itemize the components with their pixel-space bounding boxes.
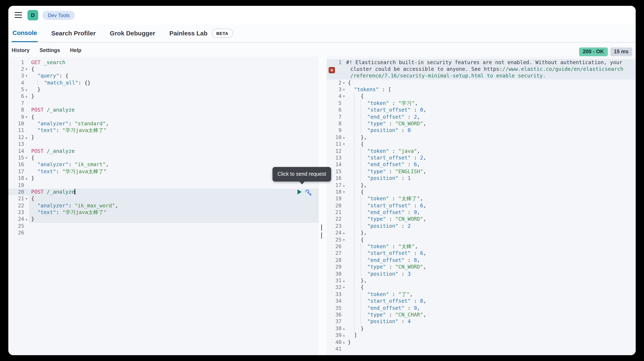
editor-line[interactable]: 19: [8, 182, 319, 189]
editor-line[interactable]: 40▴}: [326, 339, 636, 345]
editor-line[interactable]: 6 "start_offset" : 0,: [326, 107, 636, 114]
fold-toggle-icon[interactable]: ▾: [24, 195, 29, 202]
editor-line[interactable]: 36 "type" : "CN_CHAR",: [326, 311, 636, 318]
editor-line[interactable]: 17▴ },: [326, 182, 636, 189]
editor-line[interactable]: 25: [8, 223, 319, 230]
editor-line[interactable]: 19 "token" : "太棒了",: [326, 195, 636, 202]
editor-line[interactable]: 21▾{: [8, 195, 319, 202]
editor-line[interactable]: 24▴}: [8, 216, 319, 223]
editor-line[interactable]: 1GET _search: [8, 59, 319, 66]
breadcrumb[interactable]: Dev Tools: [42, 11, 75, 20]
editor-line[interactable]: 33 "token" : "了",: [326, 291, 636, 298]
editor-line[interactable]: 17 "text": "学习java太棒了": [8, 168, 319, 175]
editor-line[interactable]: 37 "position" : 4: [326, 318, 636, 325]
editor-line[interactable]: 9▾{: [8, 114, 319, 120]
fold-toggle-icon[interactable]: ▴: [342, 339, 346, 345]
fold-toggle-icon[interactable]: ▾: [342, 236, 346, 243]
editor-line[interactable]: 3▾ "tokens" : [: [326, 86, 636, 93]
fold-toggle-icon[interactable]: ▾: [342, 93, 346, 100]
fold-toggle-icon[interactable]: ▴: [342, 277, 346, 284]
editor-line[interactable]: 22 "type" : "CN_WORD",: [326, 216, 636, 223]
editor-line[interactable]: 15 "type" : "ENGLISH",: [326, 168, 636, 175]
editor-line[interactable]: 2▾{: [326, 79, 636, 86]
editor-line[interactable]: 32▾ {: [326, 284, 636, 291]
fold-toggle-icon[interactable]: ▴: [24, 93, 29, 100]
fold-toggle-icon[interactable]: ▾: [342, 189, 346, 195]
editor-line[interactable]: 28 "end_offset" : 8,: [326, 257, 636, 264]
editor-line[interactable]: 16 "analyzer": "ik_smart",: [8, 161, 319, 168]
editor-line[interactable]: 35 "end_offset" : 9,: [326, 304, 636, 311]
space-avatar[interactable]: D: [28, 10, 38, 21]
editor-line[interactable]: 12▴}: [8, 134, 319, 141]
editor-line[interactable]: 5 "token" : "学习",: [326, 100, 636, 107]
editor-line[interactable]: 4 "match_all": {}: [8, 79, 319, 86]
editor-line[interactable]: 25▾ {: [326, 236, 636, 243]
editor-line[interactable]: 30 "position" : 3: [326, 270, 636, 277]
editor-line[interactable]: 23 "position" : 2: [326, 223, 636, 230]
editor-line[interactable]: 10 "analyzer": "standard",: [8, 120, 319, 127]
fold-toggle-icon[interactable]: ▾: [342, 79, 346, 86]
editor-line[interactable]: 4▾ {: [326, 93, 636, 100]
fold-toggle-icon[interactable]: ▾: [342, 141, 346, 148]
request-editor[interactable]: 1GET _search2▾{3▾ "query": {4 "match_all…: [8, 57, 319, 355]
fold-toggle-icon[interactable]: ▴: [342, 182, 346, 189]
editor-line[interactable]: 11 "text": "学习java太棒了": [8, 127, 319, 134]
fold-toggle-icon[interactable]: ▴: [24, 86, 29, 93]
send-request-icon[interactable]: [297, 189, 302, 195]
editor-line[interactable]: 31▴ },: [326, 277, 636, 284]
fold-toggle-icon[interactable]: ▾: [24, 66, 29, 73]
editor-line[interactable]: 7: [8, 100, 319, 107]
menu-history[interactable]: History: [12, 48, 30, 57]
editor-line[interactable]: 13: [8, 141, 319, 148]
editor-line[interactable]: 29 "type" : "CN_WORD",: [326, 264, 636, 270]
editor-line[interactable]: 41: [326, 345, 636, 352]
response-viewer[interactable]: 1#! Elasticsearch built-in security feat…: [326, 57, 636, 355]
editor-line[interactable]: 11▾ {: [326, 141, 636, 148]
editor-line[interactable]: 12 "token" : "java",: [326, 148, 636, 154]
editor-line[interactable]: 39▴ ]: [326, 332, 636, 339]
editor-line[interactable]: 14POST /_analyze: [8, 148, 319, 154]
editor-line[interactable]: 20 "start_offset" : 6,: [326, 202, 636, 209]
fold-toggle-icon[interactable]: ▾: [24, 154, 29, 161]
fold-toggle-icon[interactable]: ▾: [342, 86, 346, 93]
editor-line[interactable]: 9 "position" : 0: [326, 127, 636, 134]
fold-toggle-icon[interactable]: ▾: [24, 73, 29, 80]
tab-search-profiler[interactable]: Search Profiler: [50, 25, 96, 42]
editor-line[interactable]: 14 "end_offset" : 6,: [326, 161, 636, 168]
panel-splitter[interactable]: [319, 57, 326, 355]
editor-line[interactable]: 22 "analyzer": "ik_max_word",: [8, 202, 319, 209]
hamburger-menu-icon[interactable]: [14, 12, 22, 18]
editor-line[interactable]: 27 "start_offset" : 6,: [326, 250, 636, 257]
tab-console[interactable]: Console: [12, 25, 38, 42]
editor-line[interactable]: 23 "text": "学习java太棒了": [8, 209, 319, 216]
fold-toggle-icon[interactable]: ▾: [342, 284, 346, 291]
editor-line[interactable]: 8 "type" : "CN_WORD",: [326, 120, 636, 127]
fold-toggle-icon[interactable]: ▴: [342, 332, 346, 339]
editor-line[interactable]: 18▾ {: [326, 189, 636, 195]
wrench-icon[interactable]: [305, 189, 312, 196]
fold-toggle-icon[interactable]: ▴: [342, 230, 346, 236]
editor-line[interactable]: 13 "start_offset" : 2,: [326, 154, 636, 161]
editor-line[interactable]: 10▴ },: [326, 134, 636, 141]
editor-line[interactable]: 2▾{: [8, 66, 319, 73]
editor-line[interactable]: 24▴ },: [326, 230, 636, 236]
editor-line[interactable]: 16 "position" : 1: [326, 175, 636, 182]
editor-line[interactable]: 26 "token" : "太棒",: [326, 243, 636, 250]
fold-toggle-icon[interactable]: ▴: [24, 216, 29, 223]
fold-toggle-icon[interactable]: ▴: [24, 175, 29, 182]
editor-line[interactable]: 38▴ }: [326, 325, 636, 332]
editor-line[interactable]: 7 "end_offset" : 2,: [326, 114, 636, 120]
editor-line[interactable]: 18▴}: [8, 175, 319, 182]
editor-line[interactable]: 15▾{: [8, 154, 319, 161]
editor-line[interactable]: 21 "end_offset" : 9,: [326, 209, 636, 216]
editor-line[interactable]: 26: [8, 230, 319, 236]
menu-help[interactable]: Help: [70, 48, 81, 57]
editor-line[interactable]: 6▴}: [8, 93, 319, 100]
fold-toggle-icon[interactable]: ▴: [24, 134, 29, 141]
editor-line[interactable]: 8POST /_analyze: [8, 107, 319, 114]
editor-line[interactable]: 34 "start_offset" : 8,: [326, 298, 636, 304]
tab-grok-debugger[interactable]: Grok Debugger: [109, 25, 156, 42]
fold-toggle-icon[interactable]: ▴: [342, 134, 346, 141]
splitter-handle-icon[interactable]: [321, 224, 324, 231]
editor-line[interactable]: 3▾ "query": {: [8, 73, 319, 80]
